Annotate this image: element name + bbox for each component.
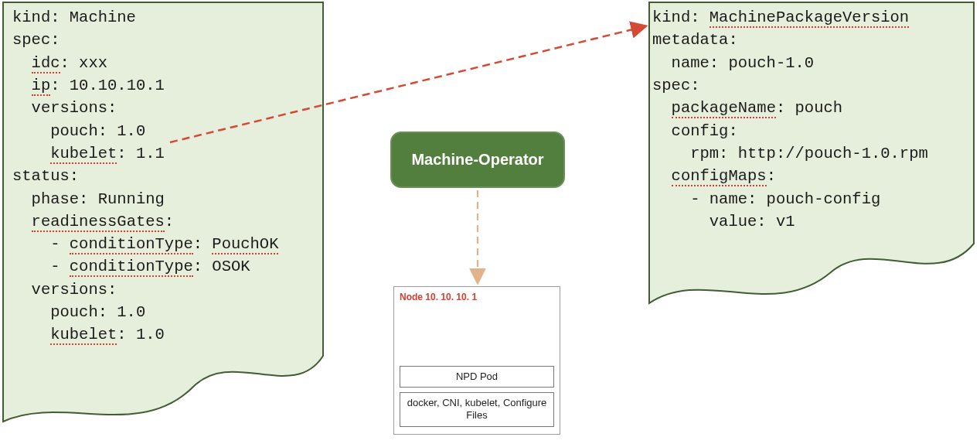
machine-operator-label: Machine-Operator — [411, 151, 543, 169]
npd-pod-slot: NPD Pod — [400, 366, 554, 388]
diagram-canvas: kind: Machine spec: idc: xxx ip: 10.10.1… — [0, 0, 980, 444]
mpv-yaml: kind: MachinePackageVersion metadata: na… — [646, 0, 980, 300]
machine-operator-box: Machine-Operator — [390, 131, 565, 188]
node-components-slot: docker, CNI, kubelet, Configure Files — [400, 392, 554, 427]
node-box: Node 10. 10. 10. 1 NPD Pod docker, CNI, … — [393, 286, 560, 435]
machine-yaml: kind: Machine spec: idc: xxx ip: 10.10.1… — [6, 0, 331, 432]
node-title: Node 10. 10. 10. 1 — [394, 287, 560, 307]
